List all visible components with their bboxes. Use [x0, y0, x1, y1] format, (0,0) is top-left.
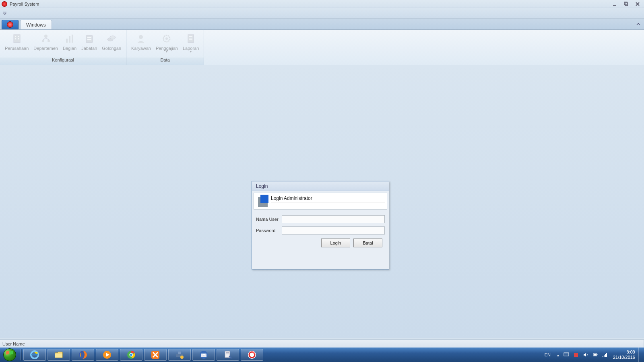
coins-icon — [105, 32, 118, 45]
login-dialog-title[interactable]: Login — [252, 181, 389, 191]
status-username-value — [61, 340, 644, 348]
svg-rect-50 — [604, 355, 605, 357]
taskbar-item-chrome[interactable] — [120, 349, 142, 361]
maximize-icon — [624, 2, 629, 6]
org-icon — [39, 32, 52, 45]
app-title: Payroll System — [10, 2, 39, 6]
svg-point-33 — [130, 354, 132, 356]
ribbon-item-label: Karyawan — [131, 46, 151, 51]
document-icon — [223, 350, 233, 360]
svg-rect-22 — [188, 35, 194, 43]
clock[interactable]: 8:09 21/10/2016 — [610, 350, 638, 360]
minimize-button[interactable] — [610, 1, 620, 7]
svg-rect-47 — [597, 354, 598, 355]
close-icon — [635, 2, 640, 6]
bars-icon — [63, 32, 76, 45]
password-input[interactable] — [282, 226, 385, 234]
taskbar-item-thunderbird[interactable] — [192, 349, 215, 361]
firefox-icon — [78, 350, 88, 360]
ribbon-item-perusahaan[interactable]: Perusahaan — [2, 31, 31, 51]
ribbon-group-data: Karyawan Penggajian ▾ Laporan ▾ Data — [126, 30, 204, 65]
ribbon-item-golongan[interactable]: Golongan — [99, 31, 124, 51]
svg-point-18 — [110, 36, 116, 39]
app-icon — [247, 350, 257, 360]
svg-rect-15 — [87, 37, 91, 38]
maximize-button[interactable] — [621, 1, 631, 7]
xampp-icon — [151, 350, 160, 360]
tray-app-icon[interactable] — [573, 352, 579, 358]
taskbar-item-app2[interactable] — [217, 349, 239, 361]
chevron-down-icon: ▾ — [166, 51, 167, 53]
battery-icon[interactable] — [592, 352, 599, 358]
tab-windows[interactable]: Windows — [20, 20, 52, 29]
tool-icon — [175, 350, 184, 360]
svg-point-9 — [42, 40, 44, 42]
login-header-title: Login Administrator — [271, 195, 385, 202]
report-icon — [184, 32, 197, 45]
cancel-button[interactable]: Batal — [353, 239, 382, 247]
label-password: Password — [256, 228, 282, 233]
ribbon-group-konfigurasi: Perusahaan Departemen Bagian Jabatan Gol… — [0, 30, 126, 65]
person-icon — [134, 32, 147, 45]
ribbon-item-label: Golongan — [102, 46, 121, 51]
svg-rect-44 — [564, 353, 569, 356]
svg-rect-2 — [625, 3, 628, 6]
ribbon-collapse-button[interactable] — [636, 21, 641, 28]
network-signal-icon[interactable] — [602, 352, 608, 358]
taskbar-item-ie[interactable] — [23, 349, 46, 361]
svg-rect-40 — [226, 352, 229, 353]
app-menu-icon — [7, 21, 13, 28]
building-icon — [10, 32, 23, 45]
svg-point-37 — [180, 356, 184, 359]
volume-icon[interactable] — [582, 352, 589, 358]
tray-overflow-button[interactable]: ▴ — [555, 353, 561, 357]
svg-rect-48 — [594, 354, 597, 356]
ribbon-item-label: Bagian — [63, 46, 76, 51]
ribbon-body: Perusahaan Departemen Bagian Jabatan Gol… — [0, 30, 644, 65]
app-icon — [2, 1, 7, 7]
taskbar-item-xampp[interactable] — [144, 349, 167, 361]
svg-rect-49 — [603, 356, 603, 357]
status-bar: User Name — [0, 339, 644, 348]
qat-dropdown-icon[interactable] — [2, 11, 7, 16]
taskbar-item-explorer[interactable] — [47, 349, 70, 361]
ribbon-item-penggajian[interactable]: Penggajian ▾ — [153, 31, 180, 54]
taskbar-item-firefox[interactable] — [72, 349, 94, 361]
taskbar-item-app1[interactable] — [168, 349, 191, 361]
clock-time: 8:09 — [613, 350, 635, 355]
taskbar-item-mediaplayer[interactable] — [96, 349, 118, 361]
action-center-icon[interactable] — [563, 352, 570, 358]
start-button[interactable] — [0, 348, 19, 362]
system-tray: EN ▴ 8:09 21/10/2016 — [541, 348, 644, 362]
svg-rect-16 — [87, 39, 91, 40]
application-menu-button[interactable] — [2, 20, 19, 29]
username-input[interactable] — [282, 215, 385, 223]
ribbon-item-karyawan[interactable]: Karyawan — [129, 31, 153, 51]
internet-explorer-icon — [30, 350, 39, 360]
ribbon-group-label: Konfigurasi — [0, 58, 126, 65]
taskbar-item-payroll[interactable] — [241, 349, 263, 361]
svg-rect-1 — [624, 2, 627, 5]
svg-rect-0 — [613, 5, 616, 6]
mail-icon — [199, 350, 208, 360]
login-button[interactable]: Login — [321, 239, 350, 247]
svg-point-10 — [47, 40, 50, 42]
ribbon-item-departemen[interactable]: Departemen — [31, 31, 60, 51]
clock-date: 21/10/2016 — [613, 355, 635, 360]
tab-windows-label: Windows — [26, 22, 46, 28]
svg-rect-25 — [189, 39, 192, 40]
ribbon-item-label: Departemen — [33, 46, 58, 51]
status-username-label: User Name — [0, 340, 61, 348]
ribbon-item-bagian[interactable]: Bagian — [60, 31, 79, 51]
close-button[interactable] — [633, 1, 642, 7]
badge-icon — [83, 32, 96, 45]
svg-rect-6 — [15, 38, 16, 39]
app-titlebar: Payroll System — [0, 0, 644, 8]
show-desktop-button[interactable] — [638, 348, 643, 362]
svg-rect-12 — [69, 36, 70, 43]
ribbon-item-jabatan[interactable]: Jabatan — [79, 31, 99, 51]
login-dialog: Login Login Administrator Nama User Pass… — [252, 181, 389, 269]
play-icon — [102, 350, 112, 360]
language-indicator[interactable]: EN — [541, 352, 555, 357]
ribbon-item-laporan[interactable]: Laporan ▾ — [180, 31, 201, 54]
